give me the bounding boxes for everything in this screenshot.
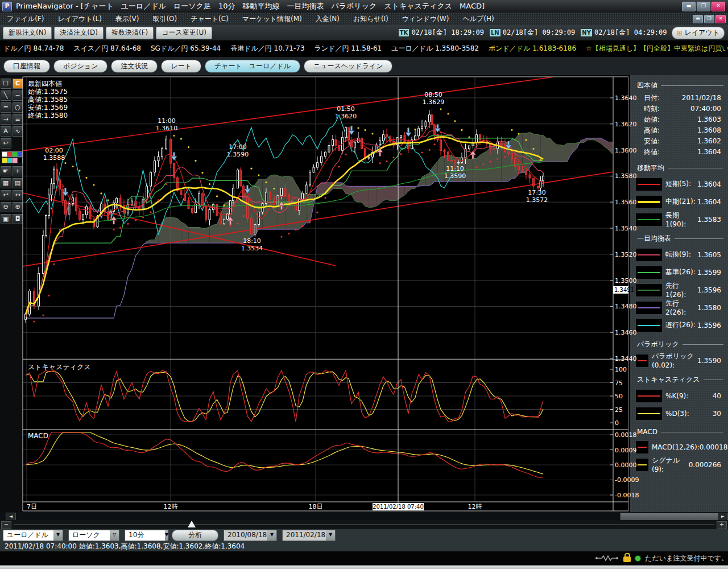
legend-title: 最新四本値	[28, 80, 68, 88]
svg-text:-0.0018: -0.0018	[615, 492, 639, 499]
legend-line-0: 始値:1.3575	[28, 88, 68, 96]
svg-text:2011/02/18 07:40: 2011/02/18 07:40	[373, 504, 424, 510]
svg-text:1.3440: 1.3440	[615, 355, 637, 362]
svg-text:1.3600: 1.3600	[615, 147, 637, 154]
svg-text:1.3580: 1.3580	[615, 172, 637, 180]
chart-canvas[interactable]: 1.36401.36201.36001.35801.35601.35401.35…	[0, 0, 728, 569]
svg-text:0.0000: 0.0000	[615, 461, 637, 469]
swing-annotation-1: 11:001.3610	[156, 117, 178, 132]
swing-annotation-6: 11:101.3590	[444, 165, 466, 180]
stochastics-pane-label: ストキャスティクス	[28, 362, 91, 372]
svg-text:1.3640: 1.3640	[615, 94, 637, 102]
svg-text:12時: 12時	[164, 503, 178, 510]
latest-ohlc-legend: 最新四本値始値:1.3575高値:1.3585安値:1.3569終値:1.358…	[28, 80, 68, 119]
svg-text:1.3500: 1.3500	[615, 277, 637, 284]
svg-text:100: 100	[615, 366, 627, 373]
svg-text:1.3480: 1.3480	[615, 303, 637, 310]
swing-annotation-2: 17:001.3590	[227, 143, 249, 158]
swing-annotation-7: 17:301.3572	[526, 189, 548, 204]
svg-text:18日: 18日	[309, 503, 323, 510]
swing-annotation-3: 18:101.3534	[241, 237, 263, 252]
svg-text:-0.0009: -0.0009	[615, 476, 639, 484]
svg-text:75: 75	[615, 380, 623, 387]
swing-annotation-4: 01:501.3620	[335, 105, 357, 120]
legend-line-3: 終値:1.3580	[28, 112, 68, 119]
svg-text:1.3620: 1.3620	[615, 121, 637, 128]
macd-pane-label: MACD	[28, 432, 48, 440]
svg-text:0.0018: 0.0018	[615, 431, 637, 439]
svg-text:1.3460: 1.3460	[615, 329, 637, 336]
swing-annotation-0: 02:001.3588	[43, 147, 65, 162]
svg-text:1.3540: 1.3540	[615, 225, 637, 232]
svg-text:1.3560: 1.3560	[615, 199, 637, 206]
legend-line-1: 高値:1.3585	[28, 96, 68, 104]
svg-text:1.3520: 1.3520	[615, 251, 637, 258]
svg-text:0: 0	[615, 419, 619, 427]
svg-text:7日: 7日	[27, 503, 37, 510]
svg-text:50: 50	[615, 393, 623, 400]
legend-line-2: 安値:1.3569	[28, 104, 68, 112]
svg-text:12時: 12時	[468, 503, 482, 510]
swing-annotation-5: 08:501.3629	[423, 91, 445, 106]
svg-text:1.3491: 1.3491	[614, 287, 634, 293]
svg-text:0.0009: 0.0009	[615, 447, 637, 454]
svg-text:25: 25	[615, 406, 623, 414]
